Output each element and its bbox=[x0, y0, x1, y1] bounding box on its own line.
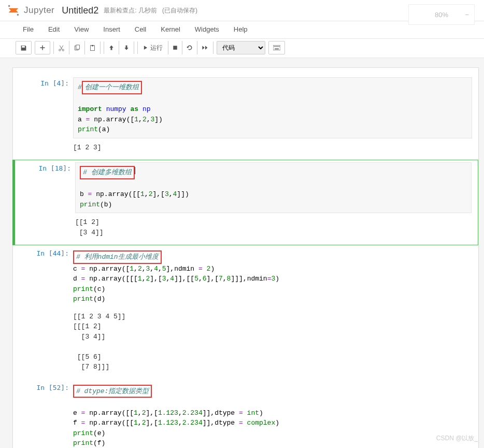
restart-button[interactable] bbox=[182, 41, 197, 54]
code-input[interactable]: # dtype:指定数据类型 e = np.array([[1,2],[1.12… bbox=[73, 382, 472, 449]
add-cell-button[interactable] bbox=[35, 41, 50, 54]
cut-button[interactable] bbox=[54, 41, 69, 54]
input-prompt: In [18]: bbox=[15, 162, 75, 242]
zoom-value: 80% bbox=[435, 11, 448, 19]
checkpoint-text: 最新检查点: 几秒前 bbox=[104, 6, 157, 15]
stop-icon bbox=[173, 45, 178, 50]
input-prompt: In [52]: bbox=[13, 382, 73, 449]
cut-icon bbox=[58, 45, 65, 51]
menu-kernel[interactable]: Kernel bbox=[153, 23, 188, 35]
svg-rect-10 bbox=[274, 46, 275, 47]
stop-button[interactable] bbox=[168, 41, 182, 54]
move-up-button[interactable] bbox=[104, 41, 119, 54]
code-cell[interactable]: In [52]: # dtype:指定数据类型 e = np.array([[1… bbox=[13, 380, 478, 449]
cell-body: # 利用ndmin生成最小维度 c = np.array([1,2,3,4,5]… bbox=[73, 247, 478, 376]
run-label: 运行 bbox=[150, 44, 163, 52]
svg-point-0 bbox=[8, 5, 10, 7]
zoom-indicator: 80% − bbox=[408, 4, 475, 25]
svg-rect-13 bbox=[278, 46, 279, 47]
menu-widgets[interactable]: Widgets bbox=[188, 23, 226, 35]
notebook-area: In [4]: #创建一个一维数组 import numpy as np a =… bbox=[0, 58, 484, 448]
svg-rect-15 bbox=[275, 49, 279, 50]
menu-edit[interactable]: Edit bbox=[41, 23, 67, 35]
svg-point-2 bbox=[59, 49, 61, 50]
code-cell[interactable]: In [4]: #创建一个一维数组 import numpy as np a =… bbox=[13, 75, 478, 160]
svg-rect-12 bbox=[276, 46, 277, 47]
code-input[interactable]: #创建一个一维数组 import numpy as np a = np.arra… bbox=[73, 77, 472, 138]
menu-insert[interactable]: Insert bbox=[96, 23, 127, 35]
autosave-text: (已自动保存) bbox=[162, 6, 197, 15]
command-palette-button[interactable] bbox=[268, 41, 285, 54]
menu-file[interactable]: File bbox=[16, 23, 41, 35]
watermark: CSDN @以放_ bbox=[436, 434, 478, 443]
svg-rect-9 bbox=[273, 45, 280, 50]
zoom-minus[interactable]: − bbox=[465, 11, 469, 19]
svg-rect-8 bbox=[173, 46, 177, 50]
play-icon bbox=[143, 45, 148, 50]
plus-icon bbox=[39, 45, 46, 51]
celltype-select[interactable]: 代码 bbox=[217, 41, 265, 54]
keyboard-icon bbox=[273, 45, 280, 50]
cell-body: #创建一个一维数组 import numpy as np a = np.arra… bbox=[73, 77, 478, 157]
edit-group bbox=[53, 41, 101, 54]
move-group bbox=[104, 41, 134, 54]
paste-icon bbox=[89, 45, 96, 51]
cell-body: # 创建多维数组 b = np.array([[1,2],[3,4]]) pri… bbox=[75, 162, 478, 242]
menu-help[interactable]: Help bbox=[226, 23, 255, 35]
code-cell[interactable]: In [18]: # 创建多维数组 b = np.array([[1,2],[3… bbox=[12, 160, 478, 245]
notebook-title[interactable]: Untitled2 bbox=[62, 5, 98, 16]
restart-icon bbox=[187, 45, 193, 51]
cell-body: # dtype:指定数据类型 e = np.array([[1,2],[1.12… bbox=[73, 382, 478, 449]
fast-forward-icon bbox=[202, 45, 209, 50]
svg-rect-11 bbox=[275, 46, 276, 47]
fast-forward-button[interactable] bbox=[197, 41, 213, 54]
run-button[interactable]: 运行 bbox=[138, 41, 168, 54]
brand-text: Jupyter bbox=[24, 5, 54, 16]
paste-button[interactable] bbox=[85, 41, 100, 54]
arrow-down-icon bbox=[123, 45, 130, 51]
menu-view[interactable]: View bbox=[67, 23, 96, 35]
arrow-up-icon bbox=[108, 45, 115, 51]
code-input[interactable]: # 创建多维数组 b = np.array([[1,2],[3,4]]) pri… bbox=[75, 162, 472, 213]
input-prompt: In [4]: bbox=[13, 77, 73, 157]
code-cell[interactable]: In [44]: # 利用ndmin生成最小维度 c = np.array([1… bbox=[13, 245, 478, 380]
svg-point-3 bbox=[62, 49, 64, 50]
cell-output: [[1 2] [3 4]] bbox=[75, 215, 472, 242]
code-input[interactable]: # 利用ndmin生成最小维度 c = np.array([1,2,3,4,5]… bbox=[73, 247, 472, 307]
move-down-button[interactable] bbox=[119, 41, 134, 54]
copy-icon bbox=[74, 45, 80, 51]
save-button[interactable] bbox=[16, 41, 32, 54]
svg-rect-14 bbox=[279, 46, 280, 47]
svg-rect-7 bbox=[92, 45, 93, 46]
save-icon bbox=[20, 45, 27, 51]
jupyter-logo-icon bbox=[6, 3, 21, 18]
copy-button[interactable] bbox=[69, 41, 85, 54]
cell-output: [[1 2 3 4 5]] [[[1 2] [3 4]] [[5 6] [7 8… bbox=[73, 310, 472, 376]
svg-rect-5 bbox=[76, 45, 80, 49]
toolbar: 运行 代码 bbox=[0, 39, 484, 58]
menu-cell[interactable]: Cell bbox=[127, 23, 153, 35]
svg-point-1 bbox=[17, 14, 19, 16]
cell-output: [1 2 3] bbox=[73, 141, 472, 157]
notebook-inner: In [4]: #创建一个一维数组 import numpy as np a =… bbox=[12, 67, 479, 448]
input-prompt: In [44]: bbox=[13, 247, 73, 376]
run-group: 运行 bbox=[137, 41, 213, 54]
